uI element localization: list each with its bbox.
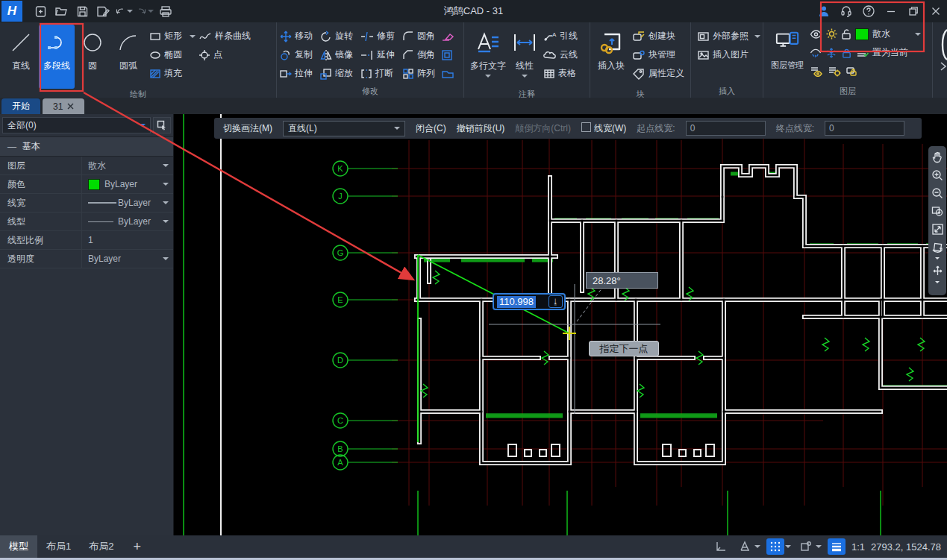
dynamic-input-download-icon[interactable]: ⭳	[548, 295, 563, 308]
rectangle-button[interactable]: 矩形	[149, 27, 196, 45]
minimize-button[interactable]	[880, 0, 902, 22]
stretch-button[interactable]: 拉伸	[280, 64, 313, 83]
set-current-label[interactable]: 置为当前	[872, 46, 908, 59]
set-current-layer-icon[interactable]	[856, 48, 869, 58]
linear-dim-button[interactable]: 线性	[509, 25, 540, 89]
rotate-button[interactable]: 旋转	[320, 27, 353, 45]
layer-dropdown-caret[interactable]	[915, 33, 921, 36]
quick-select-button[interactable]	[153, 117, 171, 133]
circle-button[interactable]: 圆	[75, 25, 110, 89]
transparency-value-dropdown[interactable]: ByLayer	[82, 254, 173, 264]
tab-close-icon[interactable]	[67, 103, 74, 110]
undo-button[interactable]	[115, 2, 133, 20]
drawing-canvas[interactable]: K J G E D C B A	[174, 114, 947, 535]
add-layout-button[interactable]: +	[122, 539, 151, 555]
point-button[interactable]: 点	[199, 45, 251, 64]
support-headset-icon[interactable]	[835, 0, 857, 22]
layer-manager-button[interactable]: 图层管理	[766, 25, 808, 80]
spline-button[interactable]: 样条曲线	[199, 27, 251, 45]
object-snap-toggle[interactable]	[797, 538, 822, 555]
save-button[interactable]	[73, 2, 91, 20]
insert-block-button[interactable]: 插入块	[593, 25, 629, 89]
polyline-button[interactable]: 多段线	[39, 25, 75, 89]
polar-dropdown-caret[interactable]	[754, 545, 760, 548]
end-width-input[interactable]: 0	[825, 121, 904, 136]
table-button[interactable]: 表格	[543, 64, 578, 83]
layer-value-dropdown[interactable]: 散水	[82, 160, 173, 172]
tab-model[interactable]: 模型	[0, 535, 37, 558]
line-button[interactable]: 直线	[3, 25, 39, 89]
layer-selector[interactable]: 散水	[810, 25, 921, 43]
restore-button[interactable]	[902, 0, 925, 22]
tab-layout1[interactable]: 布局1	[37, 535, 80, 558]
insert-image-button[interactable]: 插入图片	[697, 45, 760, 64]
rectangle-dropdown[interactable]	[190, 35, 196, 38]
collapse-icon[interactable]: —	[7, 142, 16, 152]
lineweight-value-dropdown[interactable]: ByLayer	[82, 198, 173, 208]
ltscale-value-field[interactable]: 1	[82, 235, 173, 245]
zoom-extents-button[interactable]	[930, 221, 945, 237]
print-button[interactable]	[157, 2, 175, 20]
mtext-button[interactable]: 多行文字	[467, 25, 509, 89]
close-button[interactable]	[925, 0, 947, 22]
save-as-button[interactable]	[94, 2, 112, 20]
explode-button[interactable]	[441, 64, 454, 83]
layer-lock-icon[interactable]	[841, 48, 852, 58]
layer-unisolate-icon[interactable]	[828, 66, 842, 77]
scale-indicator[interactable]: 1:1	[851, 541, 865, 553]
redo-button[interactable]	[136, 2, 154, 20]
polar-tracking-toggle[interactable]	[736, 538, 760, 555]
dynamic-input-value[interactable]: 110.998	[497, 296, 536, 308]
help-icon[interactable]	[857, 0, 880, 22]
ellipse-button[interactable]: 椭圆	[149, 45, 196, 64]
zoom-window-button[interactable]	[930, 203, 945, 219]
trim-button[interactable]: 修剪	[360, 27, 395, 45]
close-option[interactable]: 闭合(C)	[416, 122, 446, 135]
arc-button[interactable]: 圆弧	[110, 25, 146, 89]
break-button[interactable]: 打断	[360, 64, 395, 83]
ucs-dropdown-caret[interactable]	[935, 281, 940, 283]
orbit-button[interactable]	[930, 239, 945, 255]
layer-thaw-sun-icon[interactable]	[826, 28, 837, 40]
revision-cloud-button[interactable]: 云线	[543, 45, 578, 64]
array-button[interactable]: 阵列	[402, 64, 435, 83]
open-file-button[interactable]	[52, 2, 70, 20]
copy-button[interactable]: 复制	[280, 45, 313, 64]
section-header-basic[interactable]: — 基本	[0, 136, 173, 157]
zoom-in-button[interactable]	[930, 167, 945, 183]
undo-segment-option[interactable]: 撤销前段(U)	[457, 122, 505, 135]
grid-dropdown-caret[interactable]	[785, 545, 791, 548]
hatch-button[interactable]: 填充	[149, 64, 196, 83]
offset-button[interactable]	[441, 45, 454, 64]
layer-freeze-icon[interactable]	[825, 48, 837, 58]
linewidth-checkbox[interactable]	[581, 122, 591, 132]
layer-off-icon[interactable]	[810, 48, 822, 58]
ucs-move-button[interactable]	[930, 262, 945, 279]
mtext-dropdown[interactable]	[485, 75, 491, 78]
tab-drawing-31[interactable]: 31	[43, 98, 84, 114]
xref-dropdown[interactable]	[754, 35, 760, 38]
layer-unlock-icon[interactable]	[841, 28, 851, 40]
color-value-dropdown[interactable]: ByLayer	[82, 179, 173, 190]
user-account-icon[interactable]	[813, 0, 835, 22]
erase-button[interactable]	[441, 27, 454, 45]
block-manager-button[interactable]: 块管理	[632, 45, 684, 64]
linetype-value-dropdown[interactable]: ByLayer	[82, 216, 173, 227]
lineweight-display-toggle[interactable]	[828, 538, 846, 555]
layer-isolate-icon[interactable]	[810, 66, 824, 77]
zoom-out-button[interactable]	[930, 185, 945, 201]
dynamic-input-box[interactable]: 110.998 ⭳	[493, 293, 566, 310]
leader-button[interactable]: A引线	[543, 27, 578, 45]
linewidth-toggle[interactable]: 线宽(W)	[581, 122, 626, 135]
linear-dim-dropdown[interactable]	[522, 75, 528, 78]
selection-filter-dropdown[interactable]: 全部(0)	[2, 117, 151, 133]
layer-color-swatch[interactable]	[855, 28, 869, 40]
osnap-dropdown-caret[interactable]	[816, 545, 822, 548]
ortho-toggle[interactable]	[712, 538, 730, 555]
layer-lock-fade-icon[interactable]	[846, 66, 857, 77]
grid-snap-toggle[interactable]	[766, 538, 791, 555]
orbit-dropdown-caret[interactable]	[935, 257, 940, 259]
attribute-define-button[interactable]: 属性定义	[632, 64, 684, 83]
layer-on-eye-icon[interactable]	[810, 29, 822, 40]
start-width-input[interactable]: 0	[686, 121, 766, 136]
